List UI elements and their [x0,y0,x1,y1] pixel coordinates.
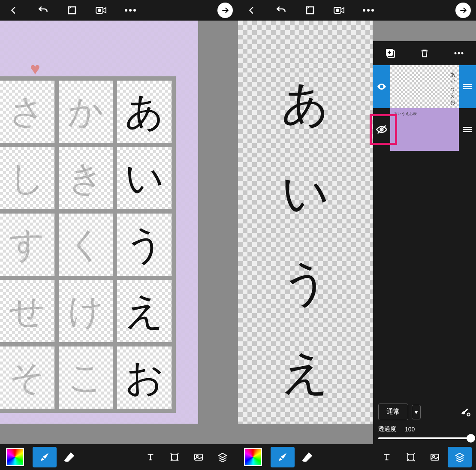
top-toolbar [0,0,238,21]
visibility-toggle-icon[interactable] [373,65,390,108]
layer-row-1[interactable]: あいうえお [373,65,476,108]
layer-more-button[interactable] [448,41,470,65]
undo-button[interactable] [33,0,53,21]
canvas-content: ♥ さかあしきいすくうせけえそこお [0,21,198,424]
svg-point-19 [461,52,464,54]
svg-point-12 [363,9,365,12]
brush-tool-button[interactable] [33,447,57,467]
hiragana-grid: さかあしきいすくうせけえそこお [0,76,176,413]
next-button[interactable] [455,3,471,18]
canvas-area[interactable]: ♥ さかあしきいすくうせけえそこお [0,21,238,444]
delete-layer-button[interactable] [414,41,435,65]
add-layer-button[interactable] [380,41,401,65]
svg-point-17 [455,52,457,54]
canvas-content: あいうえお [238,21,373,424]
image-tool-button[interactable] [187,444,211,470]
color-picker-button[interactable] [244,448,262,466]
grid-cell: き [57,145,115,211]
layers-button[interactable] [448,447,472,467]
svg-rect-6 [172,454,178,460]
grid-cell: こ [57,344,115,411]
layer-thumb-text: あいうえお表 [394,111,455,148]
svg-point-5 [133,9,136,12]
image-tool-button[interactable] [423,444,447,470]
more-button[interactable] [358,0,379,21]
grid-cell: く [57,211,115,278]
heart-icon: ♥ [30,59,40,78]
brush-tool-button[interactable] [271,447,295,467]
layer-row-2[interactable]: あいうえお表 [373,108,476,151]
grid-cell: い [115,145,174,211]
opacity-label: 透過度 [378,425,396,433]
text-tool-button[interactable] [375,444,399,470]
layers-button[interactable] [211,444,235,470]
svg-point-11 [336,9,339,12]
grid-cell: う [115,211,174,278]
canvas-character: い [281,162,330,226]
layer-thumb-text: あいうえお [449,69,456,103]
canvas-character: え [281,341,330,405]
clipping-mask-icon[interactable] [460,406,471,418]
layer-panel-footer: 通常 ▾ 透過度 100 [373,398,476,444]
drag-handle-icon[interactable] [459,108,476,151]
transform-tool-button[interactable] [399,444,423,470]
blend-mode-button[interactable]: 通常 [378,404,408,420]
grid-cell: さ [0,78,57,145]
canvas-character: あ [281,72,330,136]
svg-point-2 [98,9,101,12]
opacity-value: 100 [405,426,415,433]
record-button[interactable] [91,0,111,21]
eraser-tool-button[interactable] [295,444,319,470]
grid-cell: け [57,278,115,344]
transform-tool-button[interactable] [163,444,187,470]
layer-thumbnail: あいうえお表 [390,108,459,151]
grid-cell: え [115,278,174,344]
color-picker-button[interactable] [6,448,24,466]
record-button[interactable] [329,0,349,21]
grid-cell: そ [0,344,57,411]
svg-point-21 [467,413,470,416]
grid-cell: し [0,145,57,211]
opacity-slider[interactable] [378,437,471,439]
grid-cell: か [57,78,115,145]
grid-cell: お [115,344,174,411]
svg-rect-22 [408,454,414,460]
grid-cell: す [0,211,57,278]
layer-panel: あいうえお あいうえお表 通常 ▾ [373,41,476,444]
crop-button[interactable] [62,0,82,21]
more-button[interactable] [120,0,141,21]
grid-cell: せ [0,278,57,344]
visibility-toggle-icon[interactable] [373,108,390,151]
svg-point-4 [129,9,132,12]
screen-right: あいうえお あいうえお あいうえお表 [238,0,476,470]
svg-rect-0 [69,7,75,14]
top-toolbar [238,0,476,21]
eraser-tool-button[interactable] [57,444,81,470]
grid-cell: あ [115,78,174,145]
canvas-character: う [281,251,330,315]
svg-point-13 [367,9,370,12]
blend-mode-dropdown-icon[interactable]: ▾ [412,405,421,419]
screen-left: ♥ さかあしきいすくうせけえそこお [0,0,238,470]
svg-rect-9 [307,7,313,14]
back-button[interactable] [241,0,262,21]
crop-button[interactable] [300,0,320,21]
svg-point-18 [458,52,460,54]
layer-thumbnail: あいうえお [390,65,459,108]
bottom-toolbar [238,444,476,470]
back-button[interactable] [3,0,24,21]
svg-point-14 [371,9,374,12]
text-tool-button[interactable] [139,444,163,470]
undo-button[interactable] [271,0,291,21]
canvas-character: お [281,431,330,444]
next-button[interactable] [217,3,233,18]
canvas-area[interactable]: あいうえお あいうえお あいうえお表 [238,21,476,444]
slider-thumb[interactable] [467,434,475,443]
bottom-toolbar [0,444,238,470]
svg-point-3 [125,9,127,12]
drag-handle-icon[interactable] [459,65,476,108]
layer-panel-header [373,41,476,65]
